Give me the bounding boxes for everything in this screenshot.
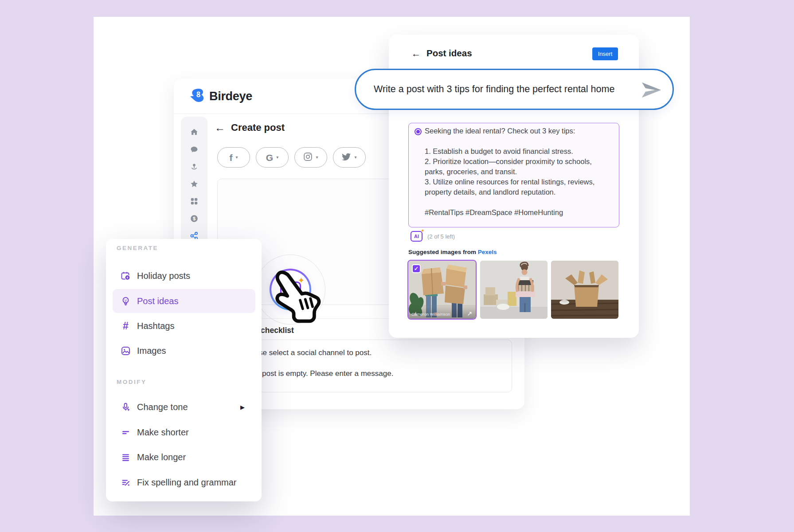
channel-instagram-pill[interactable]: ▾ [294,147,327,168]
instagram-icon [303,152,313,163]
chevron-down-icon: ▾ [316,155,318,160]
radio-selected-icon[interactable] [415,128,422,135]
payments-icon[interactable]: $ [189,214,199,223]
suggested-images-label: Suggested images from Pexels [408,249,497,255]
menu-item-label: Holiday posts [137,271,190,281]
checkbox-checked-icon[interactable]: ✓ [412,264,421,273]
channel-google-pill[interactable]: G ▾ [256,147,289,168]
menu-item-label: Change tone [137,402,188,412]
sparkle-icon: ✦ [421,228,425,233]
menu-item-holiday-posts[interactable]: Holiday posts [106,265,262,286]
messages-icon[interactable] [189,145,199,154]
panel-header: ← Post ideas [411,48,472,59]
hashtag-icon: # [121,321,131,331]
checklist-item: post is empty. Please enter a message. [262,369,393,378]
channel-selector-row: f ▾ G ▾ ▾ ▾ [217,147,366,168]
menu-item-label: Images [137,346,166,356]
quota-remaining-text: (2 of 5 left) [427,233,455,240]
make-shorter-icon [121,427,131,438]
ai-badge-label: AI [414,234,419,239]
post-checklist-heading: checklist [261,326,294,335]
calendar-bolt-icon [121,271,131,281]
submenu-arrow-icon: ▶ [240,404,245,411]
suggested-images-row: ✓ Cameron Williamson ↗ [408,261,618,320]
suggested-post-text: Seeking the ideal rental? Check out 3 ke… [425,126,613,218]
create-post-header: ← Create post [215,122,285,133]
menu-item-images[interactable]: Images [106,340,262,361]
reviews-star-icon[interactable] [189,179,199,189]
make-longer-icon [121,452,131,462]
menu-item-label: Fix spelling and grammar [137,477,237,488]
svg-text:$: $ [193,216,196,221]
gift-icon[interactable] [189,196,199,206]
page-title: Create post [231,122,285,133]
suggested-images-prefix: Suggested images from [408,249,478,255]
facebook-icon: f [229,153,232,162]
prompt-text: Write a post with 3 tips for finding the… [374,84,614,95]
panel-title: Post ideas [426,48,472,59]
menu-item-label: Post ideas [137,296,178,306]
ai-quota-row: AI ✦ (2 of 5 left) [411,231,455,242]
google-icon: G [266,153,273,162]
brand-header: Birdeye [190,88,252,104]
checklist-item: se select a social channel to post. [259,348,372,357]
menu-item-post-ideas[interactable]: Post ideas [113,289,255,313]
menu-item-make-longer[interactable]: Make longer [106,446,262,468]
back-arrow-icon[interactable]: ← [215,122,225,133]
insert-button[interactable]: Insert [592,47,618,60]
channel-facebook-pill[interactable]: f ▾ [217,147,250,168]
channel-twitter-pill[interactable]: ▾ [333,147,366,168]
menu-item-label: Make shorter [137,427,189,438]
ai-actions-menu: GENERATE Holiday posts Post ideas # Hash… [106,239,262,501]
photo-credit: Cameron Williamson [411,312,450,317]
microphone-sparkle-icon [121,402,131,412]
back-arrow-icon[interactable]: ← [411,49,421,58]
menu-item-make-shorter[interactable]: Make shorter [106,422,262,443]
twitter-icon [342,152,351,163]
screenshot-canvas: Birdeye $ [0,0,794,532]
send-button[interactable] [641,82,662,99]
home-icon[interactable] [189,127,199,137]
menu-item-label: Hashtags [137,321,175,331]
menu-item-hashtags[interactable]: # Hashtags [106,315,262,336]
chevron-down-icon: ▾ [354,155,356,160]
menu-section-modify: MODIFY [117,379,147,385]
image-tile-woman-holding-box-stack[interactable] [480,261,548,319]
fix-spelling-icon [121,477,131,488]
chevron-down-icon: ▾ [235,155,238,160]
post-checklist-box: se select a social channel to post. post… [224,340,512,392]
ai-badge-icon: AI ✦ [411,231,422,242]
hand-cursor-pointer [265,267,325,327]
send-plane-icon [641,82,661,98]
image-tile-open-cardboard-box[interactable] [551,261,618,319]
image-tile-couple-carrying-moving-boxes[interactable]: ✓ Cameron Williamson ↗ [407,260,477,320]
ai-prompt-input[interactable]: Write a post with 3 tips for finding the… [355,69,674,110]
pexels-link[interactable]: Pexels [478,249,497,255]
menu-item-fix-spelling[interactable]: Fix spelling and grammar [106,472,262,493]
menu-item-change-tone[interactable]: Change tone ▶ [106,396,262,418]
photo-open-box [551,261,618,319]
suggested-post-option[interactable]: Seeking the ideal rental? Check out 3 ke… [408,123,619,227]
menu-item-label: Make longer [137,452,186,462]
expand-icon[interactable]: ↗ [467,310,472,317]
photo-woman-holding-boxes [480,261,548,319]
image-icon [121,346,131,356]
location-icon[interactable] [189,162,199,172]
menu-section-generate: GENERATE [117,245,158,251]
chevron-down-icon: ▾ [276,155,278,160]
lightbulb-icon [121,296,131,306]
birdeye-logo-icon [190,88,205,104]
brand-name: Birdeye [209,90,252,103]
